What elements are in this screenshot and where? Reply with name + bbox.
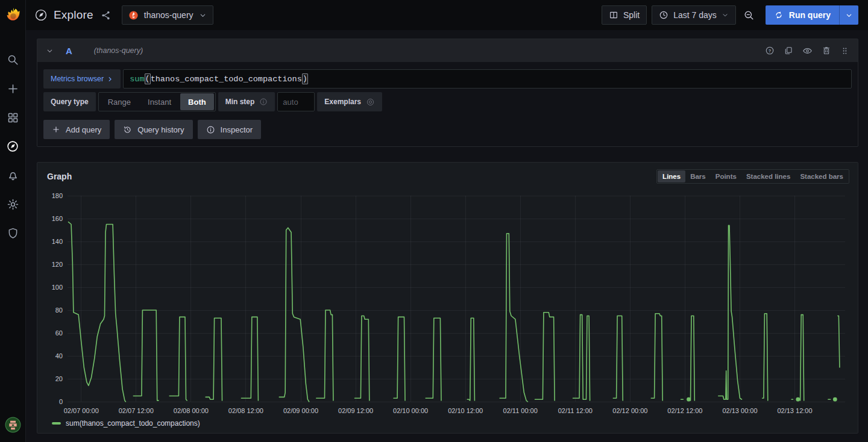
sidebar-item-explore[interactable] [2, 136, 23, 157]
user-avatar[interactable] [2, 414, 23, 435]
legend-series-label[interactable]: sum(thanos_compact_todo_compactions) [66, 419, 200, 428]
svg-text:0: 0 [59, 398, 63, 405]
metrics-browser-button[interactable]: Metrics browser [43, 69, 121, 89]
option-points[interactable]: Points [711, 170, 741, 182]
add-query-label: Add query [66, 125, 101, 134]
explore-content: A (thanos-query) ? Metrics browser [26, 30, 868, 434]
svg-text:02/12 12:00: 02/12 12:00 [667, 407, 702, 414]
run-query-main[interactable]: Run query [766, 5, 839, 25]
add-query-button[interactable]: Add query [43, 120, 110, 139]
min-step-chip: Min step [218, 92, 275, 111]
query-row-actions: ? [765, 46, 849, 56]
svg-text:160: 160 [52, 215, 63, 222]
clock-icon [659, 10, 668, 20]
disable-query-button[interactable] [802, 46, 813, 56]
option-stacked-bars[interactable]: Stacked bars [795, 170, 848, 182]
remove-query-button[interactable] [822, 46, 831, 55]
query-type-radio-group: RangeInstantBoth [98, 92, 216, 111]
option-instant[interactable]: Instant [140, 93, 179, 110]
help-icon: ? [765, 46, 775, 55]
chevron-right-icon [107, 76, 113, 82]
search-icon [7, 54, 19, 66]
chevron-down-icon [199, 11, 207, 19]
sidebar [0, 0, 26, 442]
svg-text:02/12 00:00: 02/12 00:00 [612, 407, 647, 414]
query-history-button[interactable]: Query history [115, 120, 192, 139]
plus-icon [52, 125, 60, 134]
zoom-out-icon [743, 10, 755, 21]
help-button[interactable]: ? [765, 46, 775, 55]
query-paren-open: ( [145, 73, 151, 84]
run-query-dropdown[interactable] [839, 5, 858, 25]
avatar-image [5, 417, 21, 433]
sidebar-item-configuration[interactable] [2, 194, 23, 214]
refresh-icon [774, 10, 784, 20]
zoom-out-button[interactable] [741, 10, 757, 21]
legend-swatch [52, 422, 61, 425]
svg-text:02/07 12:00: 02/07 12:00 [119, 407, 154, 414]
svg-text:100: 100 [52, 284, 63, 291]
sidebar-item-alerting[interactable] [2, 165, 23, 185]
graph-view-mode-group: LinesBarsPointsStacked linesStacked bars [656, 169, 849, 184]
option-bars[interactable]: Bars [685, 170, 711, 182]
min-step-input[interactable] [277, 92, 315, 111]
exemplars-toggle[interactable] [366, 98, 375, 107]
svg-text:80: 80 [55, 307, 63, 314]
sidebar-item-server-admin[interactable] [2, 223, 23, 243]
option-lines[interactable]: Lines [658, 170, 685, 182]
drag-handle[interactable] [840, 46, 849, 55]
share-button[interactable] [101, 10, 111, 20]
drag-handle-icon [840, 46, 849, 55]
query-expression-input[interactable]: sum(thanos_compact_todo_compactions) [123, 69, 852, 89]
inspector-button[interactable]: Inspector [198, 120, 261, 139]
query-datasource-hint: (thanos-query) [94, 46, 143, 55]
svg-text:02/08 00:00: 02/08 00:00 [174, 407, 209, 414]
trash-icon [822, 46, 831, 55]
shield-icon [7, 227, 19, 240]
time-range-picker[interactable]: Last 7 days [652, 5, 736, 25]
sidebar-nav [2, 49, 23, 243]
sidebar-item-search[interactable] [2, 49, 23, 70]
share-icon [101, 10, 111, 20]
svg-text:02/07 00:00: 02/07 00:00 [64, 407, 99, 414]
datasource-picker[interactable]: thanos-query [122, 5, 213, 25]
dashboards-icon [7, 111, 19, 124]
query-history-label: Query history [137, 125, 184, 134]
collapse-chevron-icon[interactable] [46, 47, 54, 55]
option-stacked-lines[interactable]: Stacked lines [741, 170, 796, 182]
svg-text:180: 180 [52, 192, 63, 199]
metrics-browser-label: Metrics browser [51, 75, 104, 83]
prometheus-icon [128, 10, 139, 20]
sidebar-item-dashboards[interactable] [2, 107, 23, 128]
graph-canvas[interactable]: 02040608010012014016018002/07 00:0002/07… [47, 187, 850, 417]
exemplars-label: Exemplars [324, 98, 361, 106]
plus-icon [7, 82, 19, 95]
run-query-button[interactable]: Run query [766, 5, 858, 25]
duplicate-query-button[interactable] [784, 46, 793, 55]
main-area: Explore thanos-query Split Last 7 days R [26, 0, 868, 442]
chevron-down-icon [722, 11, 729, 19]
copy-icon [784, 46, 793, 55]
option-both[interactable]: Both [180, 93, 214, 110]
chevron-down-icon [845, 11, 853, 19]
query-keyword: sum [130, 75, 144, 84]
svg-text:40: 40 [55, 352, 63, 360]
query-body: thanos_compact_todo_compactions [151, 75, 302, 84]
svg-text:02/10 12:00: 02/10 12:00 [448, 407, 483, 414]
grafana-logo[interactable] [0, 0, 25, 30]
query-actions-row: Add query Query history Inspector [43, 120, 852, 139]
query-type-chip: Query type [43, 92, 96, 111]
query-row-header[interactable]: A (thanos-query) ? [37, 39, 858, 62]
info-circle-icon [206, 125, 215, 134]
query-paren-close: ) [302, 73, 308, 84]
sidebar-item-create[interactable] [2, 78, 23, 99]
nav-toolbar: Split Last 7 days Run query [602, 5, 858, 25]
top-nav: Explore thanos-query Split Last 7 days R [26, 0, 868, 30]
split-button[interactable]: Split [602, 5, 647, 25]
svg-text:02/08 12:00: 02/08 12:00 [228, 407, 263, 414]
option-range[interactable]: Range [100, 93, 139, 110]
svg-text:02/10 00:00: 02/10 00:00 [393, 407, 428, 414]
run-query-label: Run query [789, 10, 831, 20]
min-step-label: Min step [225, 98, 255, 106]
bell-icon [7, 169, 19, 182]
